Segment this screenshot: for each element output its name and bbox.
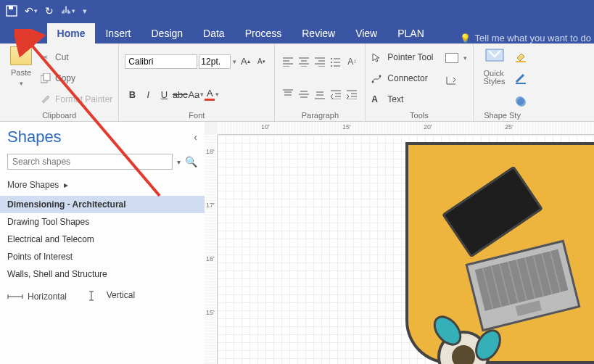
svg-rect-3 bbox=[44, 73, 50, 80]
effects-button[interactable] bbox=[514, 95, 526, 105]
ruler-tick: 20' bbox=[424, 123, 432, 131]
align-bottom-button[interactable] bbox=[313, 88, 327, 101]
text-icon: A bbox=[371, 94, 383, 104]
scissors-icon: ✂ bbox=[41, 52, 52, 62]
tab-data[interactable]: Data bbox=[193, 23, 235, 44]
search-shapes-input[interactable] bbox=[7, 154, 173, 170]
shape-styles-group-label: Shape Sty bbox=[479, 111, 526, 120]
tab-process[interactable]: Process bbox=[235, 23, 292, 44]
floor-plan-drawing[interactable] bbox=[405, 142, 594, 364]
format-painter-button[interactable]: Format Painter bbox=[41, 91, 112, 107]
svg-rect-10 bbox=[516, 61, 526, 62]
stencil-electrical[interactable]: Electrical and Telecom bbox=[7, 231, 197, 248]
stencil-poi[interactable]: Points of Interest bbox=[7, 248, 197, 265]
stencil-drawing-tool[interactable]: Drawing Tool Shapes bbox=[7, 213, 197, 231]
ruler-tick: 16' bbox=[206, 255, 215, 262]
pointer-tool-button[interactable]: Pointer Tool bbox=[371, 49, 433, 65]
align-left-button[interactable] bbox=[281, 55, 295, 68]
align-top-button[interactable] bbox=[281, 88, 295, 101]
paragraph-group-label: Paragraph bbox=[281, 111, 359, 120]
group-clipboard: Paste ▾ ✂Cut Copy Format Painter Clipboa… bbox=[0, 44, 119, 121]
xy-dimension-icon[interactable] bbox=[445, 75, 457, 86]
tab-design[interactable]: Design bbox=[141, 23, 193, 44]
font-name-input[interactable] bbox=[125, 54, 197, 69]
quick-styles-label: Quick Styles bbox=[484, 70, 506, 86]
search-filter-dropdown[interactable]: ▾ bbox=[177, 158, 181, 166]
drawing-canvas[interactable]: 10' 15' 20' 25' 18' 17' 16' 15' bbox=[205, 122, 594, 364]
strikethrough-button[interactable]: abc bbox=[173, 87, 187, 102]
change-case-button[interactable]: Aa▾ bbox=[189, 87, 203, 102]
connector-icon bbox=[371, 73, 383, 83]
text-tool-label: Text bbox=[387, 94, 403, 104]
tab-insert[interactable]: Insert bbox=[95, 23, 141, 44]
tell-me-search[interactable]: 💡 Tell me what you want to do bbox=[460, 33, 594, 44]
increase-indent-button[interactable] bbox=[345, 88, 359, 101]
horizontal-dim-icon bbox=[7, 292, 23, 301]
tab-file[interactable]: File bbox=[10, 23, 47, 44]
copy-button[interactable]: Copy bbox=[41, 70, 112, 86]
svg-rect-1 bbox=[9, 6, 13, 9]
keyboard-icon bbox=[475, 249, 569, 311]
text-direction-button[interactable]: A↕ bbox=[345, 55, 359, 68]
bold-button[interactable]: B bbox=[125, 87, 139, 102]
stencil-dimensioning[interactable]: Dimensioning - Architectural bbox=[0, 196, 205, 213]
chevron-down-icon[interactable]: ▾ bbox=[463, 54, 467, 62]
fill-color-button[interactable] bbox=[514, 51, 526, 61]
ruler-tick: 10' bbox=[261, 123, 270, 131]
tab-plan[interactable]: PLAN bbox=[387, 23, 434, 44]
svg-point-5 bbox=[331, 62, 332, 63]
italic-button[interactable]: I bbox=[141, 87, 155, 102]
save-icon[interactable] bbox=[6, 5, 17, 17]
quick-styles-button[interactable]: Quick Styles bbox=[479, 46, 510, 109]
svg-point-6 bbox=[331, 65, 332, 67]
tab-view[interactable]: View bbox=[345, 23, 387, 44]
shape-vertical-label: Vertical bbox=[107, 290, 135, 300]
cut-button[interactable]: ✂Cut bbox=[41, 49, 112, 65]
font-size-input[interactable] bbox=[199, 54, 231, 69]
tab-home[interactable]: Home bbox=[47, 23, 96, 44]
format-painter-label: Format Painter bbox=[55, 94, 112, 104]
search-icon[interactable]: 🔍 bbox=[185, 156, 197, 167]
align-middle-button[interactable] bbox=[297, 88, 311, 101]
tools-group-label: Tools bbox=[371, 111, 466, 120]
rectangle-tool-button[interactable] bbox=[445, 53, 458, 63]
person-shape[interactable] bbox=[420, 306, 507, 364]
svg-rect-9 bbox=[486, 49, 503, 61]
chevron-down-icon: ▾ bbox=[20, 80, 23, 87]
collapse-pane-button[interactable]: ‹ bbox=[194, 131, 197, 143]
lightbulb-icon: 💡 bbox=[460, 33, 471, 44]
font-group-label: Font bbox=[125, 111, 268, 120]
decrease-indent-button[interactable] bbox=[329, 88, 343, 101]
connector-button[interactable]: Connector bbox=[371, 70, 433, 86]
tab-review[interactable]: Review bbox=[292, 23, 345, 44]
align-right-button[interactable] bbox=[313, 55, 327, 68]
drawing-page[interactable] bbox=[218, 135, 594, 364]
shapes-pane-title: Shapes bbox=[7, 128, 62, 146]
more-shapes-button[interactable]: More Shapes ▸ bbox=[7, 180, 197, 190]
group-tools: Pointer Tool Connector AText ▾ Tools bbox=[366, 44, 473, 121]
font-color-button[interactable]: A▾ bbox=[205, 87, 219, 102]
ribbon: Paste ▾ ✂Cut Copy Format Painter Clipboa… bbox=[0, 44, 594, 122]
bullets-button[interactable] bbox=[329, 55, 343, 68]
shape-horizontal[interactable]: Horizontal bbox=[7, 291, 67, 302]
ruler-tick: 15' bbox=[342, 123, 351, 131]
grow-font-button[interactable]: A▴ bbox=[238, 54, 252, 69]
text-tool-button[interactable]: AText bbox=[371, 91, 433, 107]
more-shapes-label: More Shapes bbox=[7, 180, 59, 190]
underline-button[interactable]: U bbox=[157, 87, 171, 102]
qat-customize-icon[interactable]: ▾ bbox=[83, 7, 87, 16]
chevron-down-icon[interactable]: ▾ bbox=[233, 58, 236, 65]
line-color-button[interactable] bbox=[514, 73, 526, 83]
shrink-font-button[interactable]: A▾ bbox=[254, 54, 268, 69]
shape-vertical[interactable]: Vertical bbox=[86, 290, 135, 300]
align-center-button[interactable] bbox=[297, 55, 311, 68]
stencil-walls[interactable]: Walls, Shell and Structure bbox=[7, 265, 197, 283]
copy-icon bbox=[41, 73, 52, 83]
touch-mode-icon[interactable]: ▾ bbox=[61, 5, 75, 17]
paste-button[interactable]: Paste ▾ bbox=[6, 46, 36, 109]
svg-point-8 bbox=[379, 75, 381, 77]
redo-icon[interactable]: ↻ bbox=[45, 5, 54, 17]
ruler-tick: 15' bbox=[206, 309, 215, 316]
undo-icon[interactable]: ↶▾ bbox=[25, 5, 38, 17]
workspace: Shapes ‹ ▾ 🔍 More Shapes ▸ Dimensioning … bbox=[0, 122, 594, 364]
